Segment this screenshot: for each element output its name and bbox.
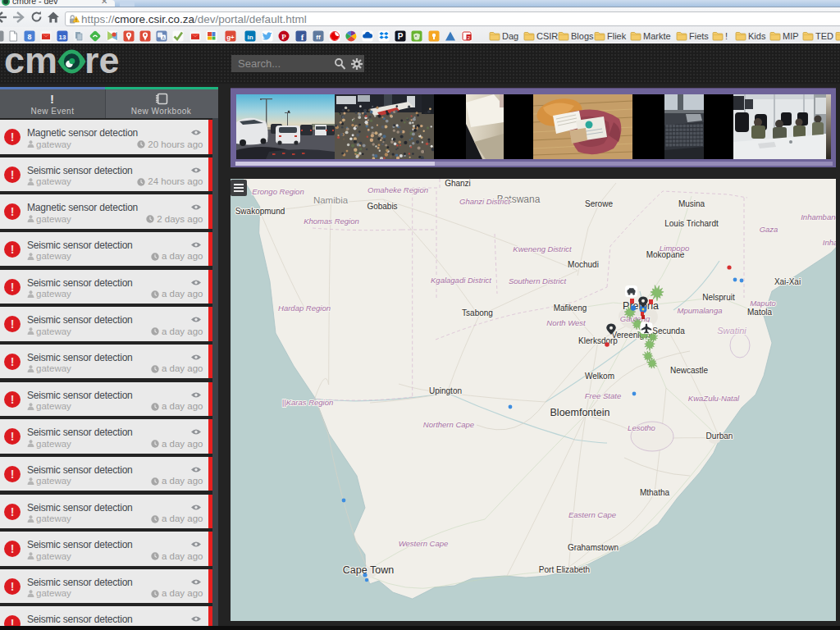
svg-text:Khomas Region: Khomas Region: [304, 217, 359, 226]
svg-text:Mafikeng: Mafikeng: [554, 304, 587, 313]
svg-text:Mthatha: Mthatha: [640, 488, 670, 497]
svg-text:Inha: Inha: [823, 238, 836, 247]
svg-text:Namibia: Namibia: [313, 195, 349, 205]
svg-text:P: P: [281, 32, 286, 40]
svg-text:13: 13: [59, 33, 66, 40]
svg-text:Swatini: Swatini: [717, 326, 746, 336]
svg-text:Gaza: Gaza: [760, 225, 778, 234]
svg-text:KwaZulu-Natal: KwaZulu-Natal: [688, 394, 740, 403]
svg-text:Louis Trichardt: Louis Trichardt: [664, 219, 719, 228]
svg-text:Bloemfontein: Bloemfontein: [550, 407, 610, 418]
svg-text:Newcastle: Newcastle: [670, 366, 709, 375]
svg-text:Xai-Xai: Xai-Xai: [774, 277, 801, 286]
svg-text:Musina: Musina: [678, 199, 705, 208]
svg-text:Western Cape: Western Cape: [399, 539, 449, 548]
svg-text:Limpopo: Limpopo: [660, 244, 689, 253]
svg-text:Nelspruit: Nelspruit: [702, 293, 735, 302]
svg-text:Matola: Matola: [747, 308, 772, 317]
svg-text:g+: g+: [226, 33, 235, 40]
svg-text:North West: North West: [546, 318, 586, 327]
svg-text:f: f: [301, 32, 304, 42]
svg-text:Free State: Free State: [585, 391, 621, 400]
svg-text:Ghanzi District: Ghanzi District: [459, 197, 510, 206]
svg-text:Port Elizabeth: Port Elizabeth: [539, 565, 590, 574]
svg-text:Gobabis: Gobabis: [367, 202, 397, 211]
svg-text:Hardap Region: Hardap Region: [278, 304, 331, 313]
svg-text:Lesotho: Lesotho: [628, 423, 655, 432]
svg-text:ff: ff: [316, 33, 321, 40]
svg-text:P: P: [398, 31, 404, 40]
svg-text:Secunda: Secunda: [652, 326, 685, 336]
svg-text:Eastern Cape: Eastern Cape: [568, 510, 616, 519]
svg-text:A: A: [162, 34, 165, 39]
svg-text:||Karas Region: ||Karas Region: [282, 398, 334, 407]
svg-text:Mochudi: Mochudi: [568, 260, 599, 269]
svg-text:Welkom: Welkom: [585, 372, 614, 381]
svg-text:in: in: [247, 33, 253, 40]
svg-text:Mpumalanga: Mpumalanga: [678, 306, 723, 315]
svg-text:Ghanzi: Ghanzi: [445, 179, 471, 188]
svg-text:Upington: Upington: [429, 386, 462, 395]
svg-text:Grahamstown: Grahamstown: [568, 543, 619, 552]
svg-text:Kweneng District: Kweneng District: [513, 244, 572, 253]
svg-text:Swakopmund: Swakopmund: [235, 207, 285, 216]
svg-text:Inhambane: Inhambane: [801, 212, 836, 221]
svg-text:Cape Town: Cape Town: [343, 564, 394, 576]
svg-text:Erongo Region: Erongo Region: [252, 187, 304, 196]
svg-text:Serowe: Serowe: [585, 199, 613, 208]
svg-text:Northern Cape: Northern Cape: [423, 420, 474, 429]
svg-text:Maputo: Maputo: [750, 299, 776, 308]
svg-text:Kgalagadi District: Kgalagadi District: [431, 276, 491, 285]
svg-text:Durban: Durban: [706, 431, 733, 441]
svg-text:Tsabong: Tsabong: [462, 308, 493, 317]
svg-text:Southern District: Southern District: [509, 276, 567, 285]
svg-text:Omaheke Region: Omaheke Region: [368, 185, 428, 194]
